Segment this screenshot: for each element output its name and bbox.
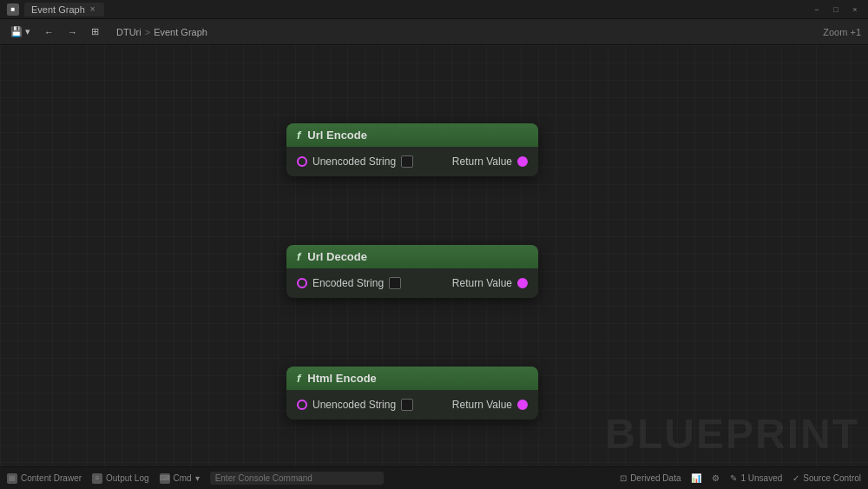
title-bar-left: ■ Event Graph × — [7, 3, 104, 17]
minimize-button[interactable]: − — [811, 3, 823, 16]
url-decode-node[interactable]: f Url Decode Encoded String Return Value — [286, 245, 538, 298]
derived-data-label: Derived Data — [630, 473, 681, 483]
save-dropdown-icon: ▾ — [25, 26, 30, 37]
source-control-icon: ✓ — [792, 473, 799, 483]
grid-button[interactable]: ⊞ — [88, 24, 102, 39]
maximize-button[interactable]: □ — [830, 3, 842, 16]
output-log-button[interactable]: ≡ Output Log — [92, 473, 148, 484]
breadcrumb-root[interactable]: DTUri — [116, 27, 141, 37]
derived-data-badge[interactable]: ⊡ Derived Data — [620, 473, 681, 483]
right-pin-dot[interactable] — [517, 156, 528, 167]
html-encode-node-body: Unencoded String Return Value — [286, 390, 538, 420]
save-button[interactable]: 💾 ▾ — [7, 24, 34, 39]
zoom-label: Zoom +1 — [823, 27, 861, 37]
content-drawer-icon: ▤ — [7, 473, 17, 484]
options-icon: ⚙ — [712, 473, 720, 483]
app-icon: ■ — [7, 3, 19, 16]
forward-icon: → — [68, 27, 77, 37]
unencoded-string-box-2[interactable] — [401, 399, 413, 411]
left-pin-dot[interactable] — [297, 156, 307, 167]
blueprint-canvas[interactable]: f Url Encode Unencoded String Return Val… — [0, 45, 868, 466]
unencoded-string-box[interactable] — [401, 155, 413, 168]
return-value-label: Return Value — [452, 155, 512, 168]
url-decode-node-header: f Url Decode — [286, 245, 538, 268]
right-pin-dot-2[interactable] — [517, 278, 528, 288]
return-value-label-2: Return Value — [452, 277, 512, 289]
html-encode-right-pin: Return Value — [452, 399, 528, 411]
back-icon: ← — [44, 27, 54, 37]
content-drawer-label: Content Drawer — [21, 473, 82, 483]
content-drawer-button[interactable]: ▤ Content Drawer — [7, 473, 82, 484]
url-encode-left-pin: Unencoded String — [297, 155, 413, 168]
output-log-icon: ≡ — [92, 473, 102, 484]
cmd-label: Cmd — [174, 473, 192, 483]
back-button[interactable]: ← — [41, 25, 57, 39]
html-encode-node[interactable]: f Html Encode Unencoded String Return Va… — [286, 367, 538, 420]
right-pin-dot-3[interactable] — [517, 400, 528, 410]
save-icon: 💾 — [10, 26, 23, 37]
close-button[interactable]: × — [849, 3, 861, 16]
blueprint-watermark: BLUEPRINT — [605, 410, 859, 458]
unsaved-label: 1 Unsaved — [740, 473, 782, 483]
derived-data-icon: ⊡ — [620, 473, 627, 483]
cmd-dropdown-icon: ▾ — [195, 473, 200, 483]
html-encode-left-pin: Unencoded String — [297, 399, 413, 411]
output-log-label: Output Log — [106, 473, 148, 483]
url-encode-node-body: Unencoded String Return Value — [286, 147, 538, 176]
html-encode-title: Html Encode — [307, 372, 376, 385]
console-input[interactable] — [210, 472, 384, 485]
cmd-icon: ⌨ — [160, 473, 170, 484]
source-control-badge[interactable]: ✓ Source Control — [792, 473, 861, 483]
function-icon-2: f — [297, 250, 300, 263]
url-decode-title: Url Decode — [307, 250, 367, 263]
return-value-label-3: Return Value — [452, 399, 512, 411]
forward-button[interactable]: → — [64, 25, 81, 39]
function-icon: f — [297, 129, 300, 142]
url-encode-node-header: f Url Encode — [286, 123, 538, 147]
toolbar: 💾 ▾ ← → ⊞ DTUri > Event Graph Zoom +1 — [0, 19, 868, 45]
tab-close-button[interactable]: × — [89, 5, 97, 14]
status-bar: ▤ Content Drawer ≡ Output Log ⌨ Cmd ▾ ⊡ … — [0, 466, 868, 489]
left-pin-dot-2[interactable] — [297, 278, 307, 288]
breadcrumb-current[interactable]: Event Graph — [154, 27, 207, 37]
cmd-button[interactable]: ⌨ Cmd ▾ — [160, 473, 200, 484]
unencoded-string-label-2: Unencoded String — [312, 399, 396, 411]
tab-label: Event Graph — [31, 4, 85, 15]
title-bar: ■ Event Graph × − □ × — [0, 0, 868, 19]
html-encode-node-header: f Html Encode — [286, 367, 538, 390]
source-control-label: Source Control — [803, 473, 861, 483]
url-decode-right-pin: Return Value — [452, 277, 528, 289]
breadcrumb-separator: > — [145, 27, 150, 37]
url-decode-left-pin: Encoded String — [297, 277, 401, 289]
title-tab[interactable]: Event Graph × — [24, 3, 104, 17]
encoded-string-box[interactable] — [389, 277, 401, 289]
breadcrumb: DTUri > Event Graph — [116, 27, 207, 37]
stats-badge[interactable]: 📊 — [691, 473, 701, 483]
unsaved-badge[interactable]: ✎ 1 Unsaved — [730, 473, 782, 483]
url-encode-node[interactable]: f Url Encode Unencoded String Return Val… — [286, 123, 538, 176]
grid-icon: ⊞ — [91, 26, 99, 37]
encoded-string-label: Encoded String — [312, 277, 384, 289]
url-encode-right-pin: Return Value — [452, 155, 528, 168]
stats-icon: 📊 — [691, 473, 701, 483]
url-encode-title: Url Encode — [307, 129, 367, 142]
options-badge[interactable]: ⚙ — [712, 473, 720, 483]
status-right: ⊡ Derived Data 📊 ⚙ ✎ 1 Unsaved ✓ Source … — [620, 473, 861, 483]
function-icon-3: f — [297, 372, 300, 385]
window-controls: − □ × — [811, 3, 861, 16]
unencoded-string-label: Unencoded String — [312, 155, 396, 168]
url-decode-node-body: Encoded String Return Value — [286, 268, 538, 298]
left-pin-dot-3[interactable] — [297, 400, 307, 410]
unsaved-icon: ✎ — [730, 473, 737, 483]
